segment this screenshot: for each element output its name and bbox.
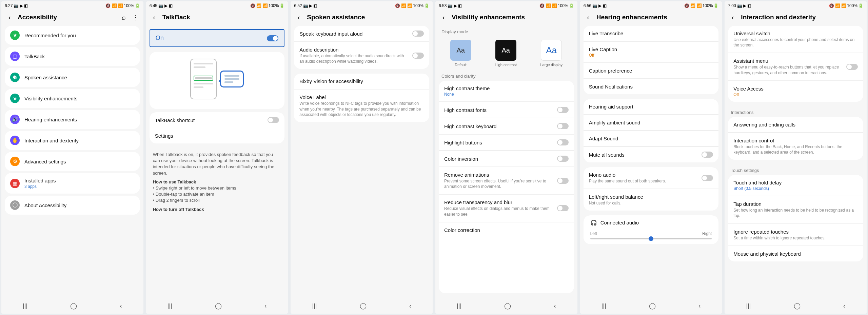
back-icon[interactable]: ‹ xyxy=(585,14,592,21)
recents-button[interactable]: ||| xyxy=(746,302,751,310)
back-icon[interactable]: ‹ xyxy=(295,14,302,21)
back-icon[interactable]: ‹ xyxy=(440,14,447,21)
list-item[interactable]: Ignore repeated touchesSet a time within… xyxy=(728,224,863,246)
list-item[interactable]: High contrast fonts xyxy=(439,102,574,118)
list-item[interactable]: Live CaptionOff xyxy=(584,41,719,63)
recents-button[interactable]: ||| xyxy=(167,302,172,310)
list-item[interactable]: Mono audioPlay the same sound out of bot… xyxy=(584,167,719,189)
list-item[interactable]: Reduce transparency and blurReduce visua… xyxy=(439,194,574,222)
back-button[interactable]: ‹ xyxy=(120,302,122,310)
list-item[interactable]: Voice LabelWrite voice recordings to NFC… xyxy=(294,89,429,122)
list-item[interactable]: Remove animationsPrevent some screen eff… xyxy=(439,167,574,194)
list-item[interactable]: Interaction controlBlock touches for the… xyxy=(728,133,863,160)
list-item[interactable]: Hearing aid support xyxy=(584,99,719,115)
recents-button[interactable]: ||| xyxy=(601,302,606,310)
list-item[interactable]: ▢TalkBack xyxy=(5,47,140,66)
talkback-master-toggle[interactable]: On xyxy=(150,29,285,47)
interactions-header: Interactions xyxy=(725,106,867,117)
display-mode-option[interactable]: AaHigh contrast xyxy=(495,40,517,67)
list-item[interactable]: Touch and hold delayShort (0.5 seconds) xyxy=(728,175,863,196)
back-button[interactable]: ‹ xyxy=(554,302,556,310)
item-title: Ignore repeated touches xyxy=(733,229,858,235)
list-item[interactable]: Mouse and physical keyboard xyxy=(728,246,863,261)
list-item[interactable]: ⓘAbout Accessibility xyxy=(5,196,140,215)
list-item[interactable]: Voice AccessOff xyxy=(728,81,863,102)
back-icon[interactable]: ‹ xyxy=(151,14,158,21)
toggle-switch[interactable] xyxy=(846,64,858,70)
toggle-switch[interactable] xyxy=(557,123,569,129)
back-button[interactable]: ‹ xyxy=(843,302,845,310)
list-item[interactable]: Color correction xyxy=(439,222,574,238)
page-title: Spoken assistance xyxy=(307,14,428,21)
list-item[interactable]: Live Transcribe xyxy=(584,26,719,41)
back-icon[interactable]: ‹ xyxy=(6,14,13,21)
item-description: Set a time within which to ignore repeat… xyxy=(733,235,858,241)
list-item[interactable]: High contrast keyboard xyxy=(439,118,574,134)
back-button[interactable]: ‹ xyxy=(409,302,411,310)
list-item[interactable]: Amplify ambient sound xyxy=(584,115,719,131)
talkback-shortcut-item[interactable]: TalkBack shortcut xyxy=(150,112,285,128)
mode-swatch: Aa xyxy=(495,40,516,61)
list-item[interactable]: Left/right sound balanceNot used for cal… xyxy=(584,189,719,211)
home-button[interactable]: ◯ xyxy=(794,302,801,310)
toggle-switch[interactable] xyxy=(702,175,713,181)
list-item[interactable]: Tap durationSet how long an interaction … xyxy=(728,196,863,223)
home-button[interactable]: ◯ xyxy=(649,302,656,310)
list-item[interactable]: Caption preference xyxy=(584,63,719,79)
list-item[interactable]: Mute all sounds xyxy=(584,146,719,162)
list-item[interactable]: Answering and ending calls xyxy=(728,117,863,133)
recents-button[interactable]: ||| xyxy=(23,302,27,310)
toggle-switch[interactable] xyxy=(268,117,279,123)
list-item[interactable]: Speak keyboard input aloud xyxy=(294,26,429,42)
list-item[interactable]: High contrast themeNone xyxy=(439,81,574,102)
balance-slider[interactable] xyxy=(590,238,712,239)
recents-button[interactable]: ||| xyxy=(312,302,317,310)
back-button[interactable]: ‹ xyxy=(264,302,267,310)
list-item[interactable]: 🔊Hearing enhancements xyxy=(5,110,140,129)
search-icon[interactable]: ⌕ xyxy=(120,14,127,21)
talkback-settings-item[interactable]: Settings xyxy=(150,128,285,143)
back-icon[interactable]: ‹ xyxy=(729,14,736,21)
home-button[interactable]: ◯ xyxy=(215,302,222,310)
page-title: Hearing enhancements xyxy=(596,14,717,21)
toggle-switch[interactable] xyxy=(557,139,569,145)
list-item[interactable]: ★Recommended for you xyxy=(5,26,140,45)
list-item[interactable]: Assistant menuShow a menu of easy-to-rea… xyxy=(728,53,863,80)
toggle-switch[interactable] xyxy=(557,107,569,113)
toggle-switch[interactable] xyxy=(267,35,278,41)
more-icon[interactable]: ⋮ xyxy=(132,14,139,21)
connected-audio-row[interactable]: 🎧 Connected audio xyxy=(584,215,719,230)
back-button[interactable]: ‹ xyxy=(698,302,701,310)
list-item[interactable]: Highlight buttons xyxy=(439,134,574,151)
mode-label: Large display xyxy=(540,63,563,67)
toggle-switch[interactable] xyxy=(557,156,569,162)
signal-icons: 🔇 📶 📶 xyxy=(250,3,268,8)
display-mode-option[interactable]: AaDefault xyxy=(450,40,471,67)
home-button[interactable]: ◯ xyxy=(70,302,77,310)
list-item[interactable]: Adapt Sound xyxy=(584,131,719,146)
list-item[interactable]: Audio descriptionIf available, automatic… xyxy=(294,42,429,69)
mode-swatch: Aa xyxy=(450,40,471,61)
list-item[interactable]: ✋Interaction and dexterity xyxy=(5,131,140,150)
list-item[interactable]: ▦Installed apps3 apps xyxy=(5,173,140,194)
list-item[interactable]: Color inversion xyxy=(439,151,574,167)
toggle-switch[interactable] xyxy=(412,31,424,37)
list-item[interactable]: 🗣Spoken assistance xyxy=(5,68,140,87)
item-title: Touch and hold delay xyxy=(733,180,858,185)
list-item[interactable]: 👁Visibility enhancements xyxy=(5,89,140,108)
list-item[interactable]: Bixby Vision for accessibility xyxy=(294,74,429,89)
list-item[interactable]: ⚙Advanced settings xyxy=(5,152,140,171)
toggle-switch[interactable] xyxy=(557,178,569,184)
toggle-switch[interactable] xyxy=(412,53,424,59)
home-button[interactable]: ◯ xyxy=(360,302,367,310)
toggle-switch[interactable] xyxy=(702,152,713,158)
display-mode-option[interactable]: AaLarge display xyxy=(540,40,563,67)
nav-bar: ||| ◯ ‹ xyxy=(291,298,433,314)
list-item[interactable]: Sound Notifications xyxy=(584,79,719,94)
nav-bar: ||| ◯ ‹ xyxy=(725,298,867,314)
toggle-switch[interactable] xyxy=(557,205,569,211)
list-item[interactable]: Universal switchUse external accessories… xyxy=(728,26,863,53)
home-button[interactable]: ◯ xyxy=(504,302,511,310)
item-title: Mute all sounds xyxy=(589,152,697,158)
recents-button[interactable]: ||| xyxy=(457,302,461,310)
